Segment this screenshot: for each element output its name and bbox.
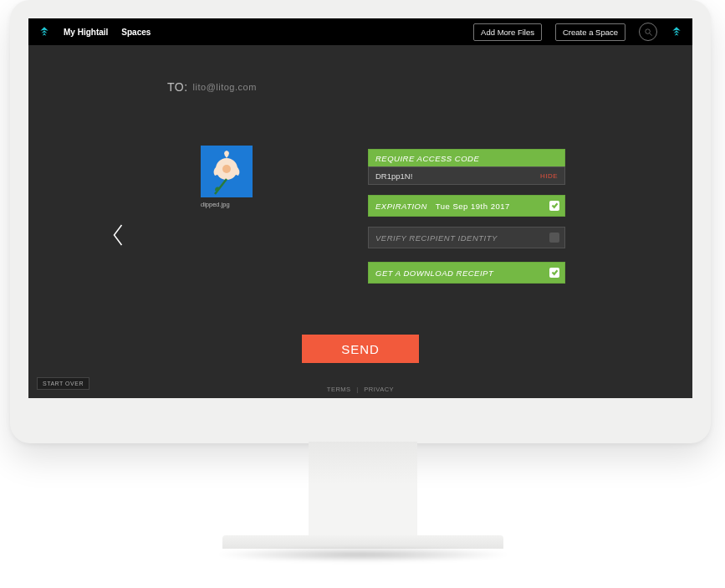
start-over-button[interactable]: START OVER bbox=[37, 377, 89, 390]
file-thumbnail[interactable] bbox=[201, 146, 253, 197]
expiration-checkbox[interactable] bbox=[549, 201, 559, 211]
create-space-button[interactable]: Create a Space bbox=[555, 23, 625, 41]
expiration-toggle[interactable]: EXPIRATION Tue Sep 19th 2017 bbox=[368, 195, 565, 217]
search-button[interactable] bbox=[639, 23, 657, 41]
receipt-label: GET A DOWNLOAD RECEIPT bbox=[375, 268, 493, 278]
content-area: TO: lito@litog.com bbox=[28, 45, 692, 398]
hide-code-button[interactable]: HIDE bbox=[540, 172, 558, 180]
svg-line-1 bbox=[649, 33, 651, 35]
top-navbar: My Hightail Spaces Add More Files Create… bbox=[28, 18, 692, 45]
verify-checkbox[interactable] bbox=[549, 233, 559, 243]
nav-my-hightail[interactable]: My Hightail bbox=[64, 28, 108, 37]
monitor-base bbox=[222, 535, 503, 549]
check-icon bbox=[551, 202, 559, 211]
chevron-left-icon bbox=[110, 236, 125, 250]
svg-point-0 bbox=[645, 28, 650, 33]
add-more-files-button[interactable]: Add More Files bbox=[473, 23, 542, 41]
check-icon bbox=[551, 268, 559, 278]
access-code-block: REQUIRE ACCESS CODE DR1pp1N! HIDE bbox=[368, 149, 565, 185]
to-label: TO: bbox=[167, 80, 188, 94]
monitor-neck bbox=[309, 442, 417, 547]
access-code-toggle[interactable]: REQUIRE ACCESS CODE bbox=[368, 149, 565, 167]
access-code-label: REQUIRE ACCESS CODE bbox=[375, 154, 479, 163]
privacy-link[interactable]: PRIVACY bbox=[364, 386, 394, 393]
to-row: TO: lito@litog.com bbox=[167, 80, 257, 94]
footer-divider: | bbox=[356, 386, 358, 393]
receipt-checkbox[interactable] bbox=[549, 268, 559, 278]
back-button[interactable] bbox=[110, 222, 125, 251]
monitor-frame: My Hightail Spaces Add More Files Create… bbox=[10, 0, 711, 443]
to-email[interactable]: lito@litog.com bbox=[193, 82, 257, 92]
expiration-value: Tue Sep 19th 2017 bbox=[436, 202, 510, 211]
nav-spaces[interactable]: Spaces bbox=[121, 28, 151, 37]
file-thumbnail-wrap: dipped.jpg bbox=[201, 146, 253, 208]
access-code-value: DR1pp1N! bbox=[375, 171, 412, 181]
hightail-logo-icon bbox=[38, 26, 50, 38]
verify-label: VERIFY RECIPIENT IDENTITY bbox=[375, 233, 498, 243]
send-options: REQUIRE ACCESS CODE DR1pp1N! HIDE EXPIRA… bbox=[368, 149, 565, 284]
verify-identity-toggle[interactable]: VERIFY RECIPIENT IDENTITY bbox=[368, 227, 565, 248]
terms-link[interactable]: TERMS bbox=[327, 386, 351, 393]
download-receipt-toggle[interactable]: GET A DOWNLOAD RECEIPT bbox=[368, 262, 565, 284]
access-code-input[interactable]: DR1pp1N! HIDE bbox=[368, 166, 565, 185]
expiration-label: EXPIRATION bbox=[375, 202, 427, 211]
hightail-logo-right-icon bbox=[671, 26, 682, 38]
svg-point-4 bbox=[222, 165, 231, 173]
footer-links: TERMS | PRIVACY bbox=[327, 386, 394, 393]
file-name: dipped.jpg bbox=[201, 201, 253, 208]
app-screen: My Hightail Spaces Add More Files Create… bbox=[28, 18, 692, 398]
send-button[interactable]: SEND bbox=[302, 335, 419, 363]
